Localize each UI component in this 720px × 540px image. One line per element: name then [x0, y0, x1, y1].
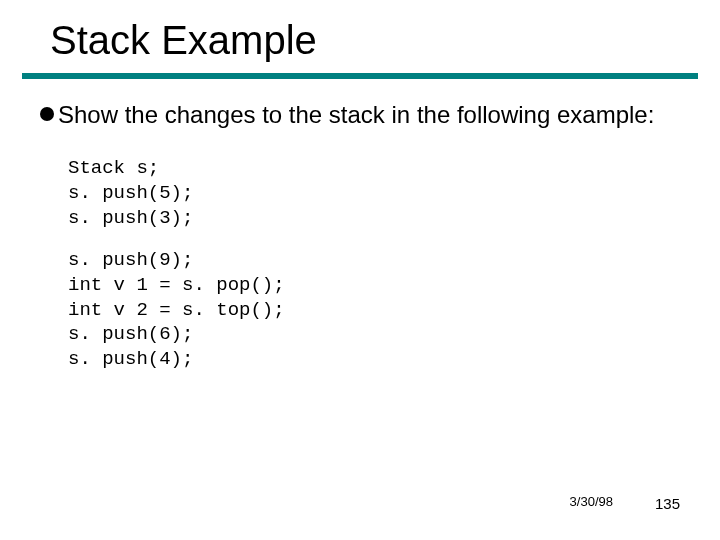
- slide-body: Show the changes to the stack in the fol…: [0, 79, 720, 372]
- code-block-1: Stack s; s. push(5); s. push(3);: [40, 156, 680, 230]
- footer-page-number: 135: [655, 495, 680, 512]
- title-area: Stack Example: [0, 18, 720, 69]
- footer: 3/30/98 135: [570, 494, 680, 512]
- slide: Stack Example Show the changes to the st…: [0, 0, 720, 540]
- bullet-icon: [40, 107, 54, 121]
- slide-title: Stack Example: [50, 18, 670, 69]
- bullet-text: Show the changes to the stack in the fol…: [54, 99, 654, 130]
- bullet-item: Show the changes to the stack in the fol…: [40, 99, 680, 130]
- code-block-2: s. push(9); int v 1 = s. pop(); int v 2 …: [40, 248, 680, 371]
- footer-date: 3/30/98: [570, 494, 613, 509]
